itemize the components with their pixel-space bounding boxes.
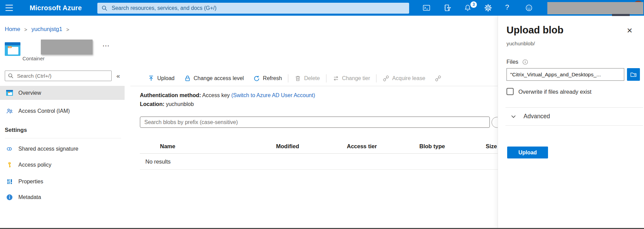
cloud-shell-icon[interactable]	[422, 4, 431, 12]
sidebar-item-shared-access-signature[interactable]: Shared access signature	[0, 142, 125, 156]
key-icon	[6, 162, 13, 168]
settings-gear-icon[interactable]	[484, 4, 492, 12]
file-picker-input[interactable]	[507, 72, 624, 78]
directory-filter-icon[interactable]	[443, 4, 451, 12]
lease-icon	[435, 75, 441, 82]
column-header-access-tier[interactable]: Access tier	[347, 143, 377, 150]
sidebar-item-metadata[interactable]: Metadata	[0, 190, 125, 204]
azure-portal-container-page: Microsoft Azure 3 ? Home > y	[0, 0, 644, 229]
container-overview-icon	[6, 90, 13, 96]
empty-results-text: No results	[145, 158, 171, 165]
location-label: Location:	[140, 101, 164, 107]
refresh-icon	[253, 75, 260, 82]
sidebar-item-label: Shared access signature	[18, 146, 78, 152]
help-icon[interactable]: ?	[505, 3, 509, 11]
advanced-expander[interactable]: Advanced	[511, 113, 550, 120]
delete-command-disabled[interactable]: Delete	[290, 75, 324, 82]
files-field-label-row: Files	[506, 59, 528, 65]
more-options-button[interactable]: …	[102, 40, 111, 48]
column-header-blob-type[interactable]: Blob type	[419, 143, 445, 150]
breadcrumb-storage-account-link[interactable]: yuchunjstg1	[31, 26, 62, 33]
sidebar-item-label: Properties	[18, 179, 43, 185]
refresh-command[interactable]: Refresh	[248, 75, 287, 82]
upload-submit-button[interactable]: Upload	[507, 147, 548, 158]
panel-divider	[505, 107, 643, 108]
sidebar-item-access-policy[interactable]: Access policy	[0, 158, 125, 172]
toolbar-divider	[288, 74, 288, 82]
redacted-account-text	[612, 14, 630, 16]
search-icon	[8, 73, 14, 79]
change-access-level-command[interactable]: Change access level	[179, 75, 249, 82]
notification-count-badge: 3	[470, 1, 477, 8]
top-bar: Microsoft Azure 3 ?	[0, 0, 644, 16]
chevron-down-icon	[511, 114, 516, 119]
sidebar-item-label: Access Control (IAM)	[18, 108, 70, 114]
upload-command[interactable]: Upload	[143, 75, 179, 82]
authentication-method-line: Authentication method: Access key (Switc…	[140, 92, 315, 98]
sidebar-item-label: Metadata	[18, 194, 41, 200]
table-header-divider	[140, 153, 498, 154]
breadcrumb-separator: >	[66, 27, 69, 32]
blob-prefix-search-input[interactable]	[140, 119, 489, 125]
command-bar: Upload Change access level Refresh Delet…	[143, 72, 446, 85]
folder-icon	[630, 71, 637, 78]
properties-bars-icon	[6, 178, 13, 185]
blob-prefix-search[interactable]	[140, 117, 490, 128]
files-label: Files	[506, 59, 518, 65]
sidebar-item-properties[interactable]: Properties	[0, 174, 125, 188]
panel-divider	[505, 125, 643, 126]
redacted-account-info	[547, 2, 643, 14]
column-header-modified[interactable]: Modified	[276, 143, 299, 150]
global-search-input[interactable]	[111, 5, 405, 12]
info-circle-icon	[6, 194, 13, 201]
redacted-container-name	[41, 40, 93, 55]
change-tier-command-disabled[interactable]: Change tier	[328, 75, 375, 82]
file-picker-field[interactable]	[506, 68, 624, 81]
panel-title: Upload blob	[506, 25, 564, 36]
column-header-name[interactable]: Name	[160, 143, 175, 150]
breadcrumb-home-link[interactable]: Home	[5, 26, 20, 33]
overwrite-checkbox[interactable]	[506, 88, 514, 95]
acquire-lease-command-disabled[interactable]: Acquire lease	[378, 75, 430, 82]
panel-path-subtitle: yuchunblob/	[506, 41, 535, 47]
column-header-size[interactable]: Size	[486, 143, 497, 150]
overwrite-checkbox-label: Overwrite if files already exist	[518, 89, 592, 95]
swap-arrows-icon	[333, 75, 339, 82]
feedback-smiley-icon[interactable]	[525, 4, 533, 12]
browse-files-button[interactable]	[627, 68, 640, 81]
sidebar-divider	[5, 138, 121, 138]
container-icon	[5, 42, 20, 56]
upload-icon	[148, 75, 155, 82]
close-icon[interactable]: ✕	[627, 27, 633, 35]
sidebar-collapse-button[interactable]: «	[116, 72, 120, 80]
resource-type-label: Container	[22, 56, 45, 61]
sidebar-search-input[interactable]	[16, 73, 109, 79]
toolbar-divider	[376, 74, 376, 82]
link-chain-icon	[6, 146, 13, 152]
command-bar-divider	[130, 86, 498, 86]
toolbar-divider	[326, 74, 326, 82]
breadcrumb-separator: >	[24, 27, 27, 32]
location-line: Location: yuchunblob	[140, 101, 194, 107]
upload-blob-panel: Upload blob ✕ yuchunblob/ Files Overwrit…	[498, 16, 644, 229]
hamburger-menu-icon[interactable]	[5, 5, 13, 11]
break-lease-command-partial[interactable]	[430, 75, 446, 82]
sidebar-item-access-control-iam[interactable]: Access Control (IAM)	[0, 104, 125, 118]
info-icon	[522, 59, 528, 65]
lease-icon	[383, 75, 389, 82]
breadcrumb: Home > yuchunjstg1 >	[5, 26, 69, 33]
sidebar-item-overview[interactable]: Overview	[0, 86, 125, 100]
sidebar-section-settings: Settings	[5, 127, 27, 133]
global-search[interactable]	[97, 3, 409, 14]
brand-title[interactable]: Microsoft Azure	[30, 0, 82, 16]
advanced-label: Advanced	[524, 113, 550, 120]
search-icon	[101, 5, 108, 11]
sidebar-search[interactable]	[5, 71, 112, 81]
auth-method-label: Authentication method:	[140, 92, 201, 98]
trash-icon	[294, 75, 301, 82]
sidebar-item-label: Overview	[18, 90, 41, 96]
sidebar-item-label: Access policy	[18, 162, 51, 168]
switch-auth-link[interactable]: (Switch to Azure AD User Account)	[231, 92, 315, 98]
auth-method-value: Access key	[201, 92, 231, 98]
location-value: yuchunblob	[164, 101, 194, 107]
